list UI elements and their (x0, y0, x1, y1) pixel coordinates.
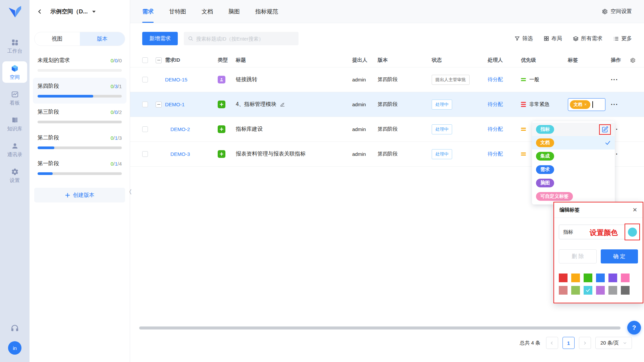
tag-option-requirement[interactable]: 需求 (532, 163, 615, 176)
requirement-title[interactable]: 报表资料管理与报表关联指标 (236, 150, 352, 158)
edit-tag-icon[interactable] (601, 126, 608, 133)
edit-title-icon[interactable] (280, 102, 285, 107)
rail-item-workbench[interactable]: 工作台 (2, 36, 27, 57)
page-number-button[interactable]: 1 (562, 337, 575, 349)
table-row-selected[interactable]: DEMO-1 4、指标管理模块 admin 第四阶段 处理中 待分配 非常紧急 (130, 92, 644, 117)
tag-edit-input[interactable]: 文档× (568, 98, 605, 111)
version-item-phase2[interactable]: 第二阶段 0/1/3 (33, 129, 126, 155)
panel-collapse-handle[interactable]: ❬ (128, 188, 132, 194)
palette-swatch[interactable] (584, 274, 592, 282)
help-button[interactable]: ? (627, 321, 641, 335)
priority-cell[interactable]: 一般 (521, 76, 568, 83)
col-action: 操作 (611, 57, 621, 63)
create-version-button[interactable]: 创建版本 (34, 188, 125, 202)
collapse-all-toggle[interactable] (156, 57, 162, 63)
palette-swatch[interactable] (608, 286, 617, 295)
status-badge[interactable]: 处理中 (432, 100, 452, 110)
palette-swatch[interactable] (608, 274, 617, 282)
palette-swatch[interactable] (596, 286, 605, 295)
row-checkbox[interactable] (142, 151, 148, 157)
palette-swatch[interactable] (621, 286, 630, 295)
table-row[interactable]: DEMO-15 链接跳转 admin 第四阶段 提出人主管审批 待分配 一般 ·… (130, 67, 644, 92)
tag-remove-icon[interactable]: × (584, 102, 587, 107)
row-actions-ellipsis-icon[interactable]: ··· (611, 126, 644, 133)
version-item-phase4[interactable]: 第四阶段 0/3/1 (33, 78, 126, 104)
search-input[interactable] (196, 36, 294, 42)
rail-item-contacts[interactable]: 通讯录 (2, 139, 27, 160)
tab-requirements[interactable]: 需求 (142, 0, 154, 23)
select-all-checkbox[interactable] (142, 57, 148, 63)
palette-swatch[interactable] (559, 274, 568, 282)
back-button[interactable] (36, 8, 44, 16)
current-color-swatch[interactable] (628, 228, 637, 237)
prev-page-button[interactable] (546, 337, 558, 349)
requirement-title[interactable]: 链接跳转 (236, 76, 352, 83)
palette-swatch[interactable] (571, 274, 580, 282)
headset-icon[interactable] (10, 324, 19, 333)
tag-option-doc[interactable]: 文档 (532, 136, 615, 149)
row-checkbox[interactable] (142, 102, 148, 107)
requirement-id-link[interactable]: DEMO-1 (165, 102, 218, 107)
brand-logo[interactable] (7, 5, 22, 21)
layout-button[interactable]: 布局 (544, 35, 562, 42)
version-item-unplanned[interactable]: 未规划的需求 0/0/0 (33, 52, 126, 78)
handler-link[interactable]: 待分配 (488, 126, 521, 132)
search-box[interactable] (184, 32, 299, 45)
tag-cell[interactable]: 文档× (568, 98, 611, 111)
rail-item-space[interactable]: 空间 (2, 61, 27, 83)
palette-swatch[interactable] (559, 286, 568, 295)
space-settings-button[interactable]: 空间设置 (601, 8, 632, 15)
row-collapse-toggle[interactable] (156, 102, 162, 108)
rail-item-kanban[interactable]: 看板 (2, 87, 27, 109)
handler-link[interactable]: 待分配 (488, 101, 521, 108)
tab-gantt[interactable]: 甘特图 (169, 0, 186, 23)
row-actions-ellipsis-icon[interactable]: ··· (611, 150, 644, 158)
tab-view[interactable]: 视图 (35, 32, 80, 46)
tag-option-metric[interactable]: 指标 (532, 123, 615, 136)
requirement-id-link[interactable]: DEMO-2 (165, 126, 218, 132)
rail-item-wiki[interactable]: 知识库 (2, 113, 27, 134)
palette-swatch-selected[interactable] (584, 286, 592, 295)
handler-link[interactable]: 待分配 (488, 151, 521, 157)
close-icon[interactable]: ✕ (633, 207, 637, 213)
row-checkbox[interactable] (142, 126, 148, 132)
row-actions-ellipsis-icon[interactable]: ··· (611, 101, 644, 108)
requirement-title[interactable]: 指标库建设 (236, 126, 352, 133)
priority-cell[interactable]: 非常紧急 (521, 101, 568, 108)
tag-option-mindmap[interactable]: 脑图 (532, 176, 615, 190)
status-badge[interactable]: 处理中 (432, 124, 452, 134)
next-page-button[interactable] (579, 337, 591, 349)
table-settings-gear-icon[interactable] (630, 57, 636, 63)
status-badge[interactable]: 提出人主管审批 (432, 75, 470, 85)
tab-metric-spec[interactable]: 指标规范 (255, 0, 278, 23)
filter-button[interactable]: 筛选 (515, 35, 533, 42)
palette-swatch[interactable] (596, 274, 605, 282)
row-actions-ellipsis-icon[interactable]: ··· (611, 76, 644, 83)
tag-option-custom[interactable]: 可自定义标签 (532, 190, 615, 203)
chevron-down-icon[interactable] (92, 11, 96, 13)
tab-docs[interactable]: 文档 (202, 0, 213, 23)
requirement-id-link[interactable]: DEMO-15 (165, 77, 218, 82)
row-checkbox[interactable] (142, 77, 148, 82)
tab-mindmap[interactable]: 脑图 (228, 0, 240, 23)
confirm-button[interactable]: 确 定 (601, 249, 638, 263)
status-badge[interactable]: 处理中 (432, 149, 452, 159)
tab-version[interactable]: 版本 (80, 32, 125, 46)
new-requirement-button[interactable]: 新增需求 (142, 32, 178, 45)
version-item-phase3[interactable]: 第三阶段 0/0/2 (33, 104, 126, 129)
handler-link[interactable]: 待分配 (488, 76, 521, 83)
delete-button[interactable]: 删 除 (559, 249, 597, 263)
page-size-select[interactable]: 20 条/页 (595, 337, 632, 349)
user-avatar[interactable]: in (8, 341, 21, 355)
space-title[interactable]: 示例空间（D... (50, 8, 88, 15)
requirement-title[interactable]: 4、指标管理模块 (236, 101, 352, 108)
tag-option-integration[interactable]: 集成 (532, 149, 615, 163)
all-requirements-button[interactable]: 所有需求 (573, 35, 602, 42)
palette-swatch[interactable] (571, 286, 580, 295)
version-item-phase1[interactable]: 第一阶段 0/1/4 (33, 155, 126, 181)
more-button[interactable]: 更多 (613, 35, 632, 42)
palette-swatch[interactable] (621, 274, 630, 282)
horizontal-scrollbar[interactable] (139, 326, 621, 329)
rail-item-settings[interactable]: 设置 (2, 165, 27, 186)
requirement-id-link[interactable]: DEMO-3 (165, 151, 218, 157)
